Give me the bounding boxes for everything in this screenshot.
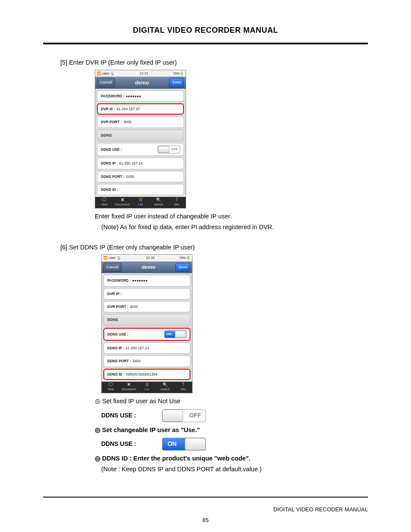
monitor-icon: 🖵 (102, 382, 120, 387)
save-button[interactable]: Save (175, 263, 190, 272)
tab-search[interactable]: 🔍search (149, 197, 168, 208)
ddns-use-toggle[interactable]: ON (164, 330, 187, 338)
ddns-section-header: DDNS (97, 130, 184, 141)
password-row[interactable]: PASSWORD :●●●●●●● (103, 275, 190, 286)
tab-disconnect[interactable]: ✖Disconnect (113, 197, 131, 208)
ddns-id-row[interactable]: DDNS ID : (97, 184, 184, 195)
tab-search[interactable]: 🔍search (156, 382, 174, 393)
tab-view[interactable]: 🖵View (95, 197, 113, 208)
nav-bar: Cancel demo Save (95, 77, 186, 88)
page-number: 85 (0, 517, 411, 523)
disconnect-icon: ✖ (113, 197, 131, 202)
screenshot-dvr-ip: 📶 olleh 📡 12:33 76%🔋 Cancel demo Save PA… (95, 70, 186, 209)
ddns-section-header: DDNS (103, 314, 190, 326)
bullet-ddns-id: ◎ DDNS ID : Enter the product's unique "… (95, 453, 368, 464)
status-time: 12:33 (140, 71, 148, 77)
ddns-use-row[interactable]: DDNS USE : ON (103, 328, 190, 341)
info-icon: ? (168, 197, 186, 202)
carrier-label: 📶 olleh 📡 (97, 71, 115, 77)
dvr-port-row[interactable]: DVR PORT :3000 (103, 301, 190, 312)
step5-note: (Note) As for fixed ip data, enter PI ad… (101, 222, 368, 233)
nav-title: demo (135, 78, 149, 87)
bullet-set-use: ◎ Set changeable IP user as "Use." (95, 425, 368, 436)
tab-list[interactable]: ☰List (138, 382, 156, 393)
step6-heading: [6] Set DDNS IP (Enter only changeable I… (60, 242, 368, 253)
disconnect-icon: ✖ (120, 382, 138, 387)
save-button[interactable]: Save (169, 78, 184, 87)
battery-label: 76%🔋 (179, 255, 190, 261)
ddns-toggle-off[interactable]: OFF (162, 409, 206, 422)
dvr-ip-row[interactable]: DVR IP : (103, 288, 190, 299)
divider-bottom (43, 497, 368, 498)
step6-note: (Note : Keep DDNS IP and DDNS PORT at de… (101, 464, 368, 475)
ddns-use-row[interactable]: DDNS USE : OFF (97, 143, 184, 156)
tab-disconnect[interactable]: ✖Disconnect (120, 382, 138, 393)
dvr-port-row[interactable]: DVR PORT :3000 (97, 116, 184, 128)
ddns-use-toggle[interactable]: OFF (158, 146, 180, 153)
nav-title: demo (142, 263, 156, 271)
dvr-ip-row[interactable]: DVR IP :61.250.157.37 (97, 103, 184, 115)
tab-info[interactable]: ?Info (168, 197, 186, 208)
screenshot-ddns: 📶 olleh 📡 12:35 76%🔋 Cancel demo Save PA… (101, 254, 193, 393)
page-title: DIGITAL VIDEO RECORDER MANUAL (43, 26, 368, 35)
cancel-button[interactable]: Cancel (103, 263, 121, 272)
list-icon: ☰ (131, 197, 149, 202)
ddns-port-row[interactable]: DDNS PORT :2400 (103, 355, 190, 367)
status-bar: 📶 olleh 📡 12:35 76%🔋 (102, 255, 192, 261)
password-row[interactable]: PASSWORD :●●●●●●● (97, 90, 184, 102)
cancel-button[interactable]: Cancel (97, 78, 115, 87)
tab-info[interactable]: ?Info (174, 382, 192, 393)
tab-bar: 🖵View ✖Disconnect ☰List 🔍search ?Info (102, 382, 192, 393)
info-icon: ? (174, 382, 192, 387)
ddns-use-label: DDNS USE : (101, 439, 136, 449)
ddns-id-row[interactable]: DDNS ID :h6f6057200001394 (103, 369, 190, 380)
search-icon: 🔍 (149, 197, 168, 202)
tab-view[interactable]: 🖵View (102, 382, 120, 393)
step5-heading: [5] Enter DVR IP (Enter only fixed IP us… (60, 57, 368, 68)
nav-bar: Cancel demo Save (102, 261, 192, 273)
footer-text: DIGITAL VIDEO RECODER MANUAL (273, 506, 368, 513)
ddns-ip-row[interactable]: DDNS IP :61.250.157.14 (97, 158, 184, 169)
list-icon: ☰ (138, 382, 156, 387)
search-icon: 🔍 (156, 382, 174, 387)
bullet-set-not-use: ◎ Set fixed IP user as Not Use (95, 396, 368, 407)
divider-top (43, 43, 368, 44)
ddns-ip-row[interactable]: DDNS IP :61.250.157.14 (103, 342, 190, 354)
battery-label: 76%🔋 (173, 71, 184, 77)
tab-bar: 🖵View ✖Disconnect ☰List 🔍search ?Info (95, 197, 186, 208)
carrier-label: 📶 olleh 📡 (103, 255, 121, 261)
monitor-icon: 🖵 (95, 197, 113, 202)
ddns-use-label: DDNS USE : (101, 411, 136, 421)
status-bar: 📶 olleh 📡 12:33 76%🔋 (95, 70, 186, 77)
ddns-port-row[interactable]: DDNS PORT :2400 (97, 171, 184, 182)
step5-line1: Enter fixed IP user instead of changeabl… (95, 211, 368, 222)
ddns-toggle-on[interactable]: ON (162, 438, 206, 451)
status-time: 12:35 (146, 255, 155, 261)
tab-list[interactable]: ☰List (131, 197, 149, 208)
